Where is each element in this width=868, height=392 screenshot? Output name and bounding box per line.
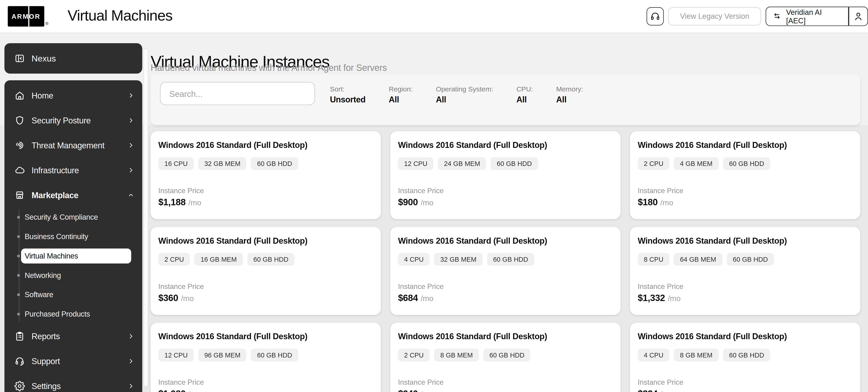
sidebar-nav: HomeSecurity PostureThreat ManagementInf… [4, 80, 142, 392]
spec-chips: 4 CPU8 GB MEM60 GB HDD [638, 349, 853, 362]
gear-icon [14, 381, 25, 391]
filter-label: Memory: [556, 85, 583, 93]
sidebar-subitem-purchased-products[interactable]: Purchased Products [4, 304, 142, 324]
price-period: /mo [660, 390, 674, 392]
page-scrollbar[interactable] [144, 49, 148, 386]
price-row: $360/mo [158, 293, 373, 303]
instance-price-label: Instance Price [638, 282, 853, 291]
chevron-right-icon [127, 382, 134, 390]
spec-chip: 60 GB HDD [247, 253, 294, 266]
price-period: /mo [660, 198, 674, 207]
filter-cpu[interactable]: CPU:All [517, 85, 533, 104]
price-period: /mo [181, 294, 194, 303]
panel-collapse-icon [14, 53, 25, 64]
filters-row: Sort:UnsortedRegion:AllOperating System:… [330, 85, 583, 104]
spec-chip: 60 GB HDD [483, 349, 531, 362]
vm-card[interactable]: Windows 2016 Standard (Full Desktop)2 CP… [390, 323, 620, 392]
spec-chip: 2 CPU [398, 349, 430, 362]
sidebar-item-infrastructure[interactable]: Infrastructure [4, 158, 142, 183]
spec-chip: 60 GB HDD [251, 349, 298, 362]
spec-chip: 12 CPU [158, 349, 194, 362]
chevron-right-icon [127, 142, 134, 149]
vm-card[interactable]: Windows 2016 Standard (Full Desktop)4 CP… [390, 227, 620, 315]
vm-card-title: Windows 2016 Standard (Full Desktop) [638, 140, 853, 150]
sidebar-subitem-security-compliance[interactable]: Security & Compliance [4, 207, 142, 227]
vm-card[interactable]: Windows 2016 Standard (Full Desktop)2 CP… [630, 131, 860, 219]
armor-logo[interactable]: ARMOR [8, 6, 44, 27]
instance-price-value: $1,332 [638, 293, 665, 303]
price-row: $684/mo [398, 293, 613, 303]
filter-memory[interactable]: Memory:All [556, 85, 583, 104]
vm-card[interactable]: Windows 2016 Standard (Full Desktop)2 CP… [151, 227, 381, 315]
vm-card[interactable]: Windows 2016 Standard (Full Desktop)4 CP… [630, 323, 860, 392]
cloud-icon [14, 165, 25, 175]
vm-card-title: Windows 2016 Standard (Full Desktop) [158, 140, 373, 150]
sidebar-item-home[interactable]: Home [4, 83, 142, 108]
sidebar-subitem-virtual-machines[interactable]: Virtual Machines [4, 247, 142, 266]
spec-chip: 32 GB MEM [434, 253, 483, 266]
instance-price-value: $324 [638, 389, 658, 392]
spec-chips: 2 CPU4 GB MEM60 GB HDD [638, 157, 853, 170]
filter-region[interactable]: Region:All [389, 85, 413, 104]
filter-value: All [436, 95, 493, 104]
spec-chip: 8 GB MEM [434, 349, 479, 362]
sidebar-item-label: Infrastructure [32, 165, 121, 175]
sidebar-brand-nexus[interactable]: Nexus [4, 43, 142, 74]
support-icon [14, 356, 25, 366]
sidebar-item-label: Marketplace [32, 190, 121, 200]
spec-chip: 4 GB MEM [674, 157, 718, 170]
price-row: $900/mo [398, 197, 613, 207]
spec-chips: 2 CPU8 GB MEM60 GB HDD [398, 349, 613, 362]
bullet-icon [17, 293, 20, 296]
filter-sort[interactable]: Sort:Unsorted [330, 85, 366, 104]
filter-value: All [389, 95, 413, 104]
sidebar-subitem-label: Purchased Products [25, 310, 90, 318]
price-period: /mo [188, 198, 202, 207]
spec-chip: 64 GB MEM [674, 253, 722, 266]
spec-chip: 4 CPU [638, 349, 670, 362]
bullet-icon [17, 235, 20, 238]
search-input[interactable] [160, 82, 315, 105]
spec-chip: 60 GB HDD [491, 157, 538, 170]
vm-card[interactable]: Windows 2016 Standard (Full Desktop)12 C… [390, 131, 620, 219]
spec-chips: 16 CPU32 GB MEM60 GB HDD [158, 157, 373, 170]
instance-price-label: Instance Price [158, 187, 373, 195]
spec-chip: 16 CPU [158, 157, 194, 170]
chevron-right-icon [127, 167, 134, 174]
instance-price-value: $240 [398, 389, 418, 392]
user-menu-button[interactable] [849, 7, 868, 25]
price-period: /mo [668, 294, 681, 303]
sidebar-item-reports[interactable]: Reports [4, 324, 142, 349]
vm-card[interactable]: Windows 2016 Standard (Full Desktop)8 CP… [630, 227, 860, 315]
chevron-right-icon [127, 92, 134, 99]
chevron-right-icon [127, 117, 134, 124]
filter-operating-system[interactable]: Operating System:All [436, 85, 493, 104]
sidebar-subitem-networking[interactable]: Networking [4, 266, 142, 285]
spec-chip: 12 CPU [398, 157, 433, 170]
vm-card-title: Windows 2016 Standard (Full Desktop) [398, 236, 613, 246]
top-bar: ARMOR ® Virtual Machines View Legacy Ver… [0, 0, 868, 33]
price-row: $180/mo [638, 197, 853, 207]
account-switch-button[interactable]: Veridian AI [AEC] [766, 7, 848, 25]
spec-chip: 60 GB HDD [723, 157, 770, 170]
sidebar-subitem-software[interactable]: Software [4, 285, 142, 304]
price-period: /mo [421, 390, 434, 392]
vm-card[interactable]: Windows 2016 Standard (Full Desktop)12 C… [151, 323, 381, 392]
sidebar-item-security-posture[interactable]: Security Posture [4, 108, 142, 133]
sidebar-item-support[interactable]: Support [4, 349, 142, 374]
support-button[interactable] [647, 7, 663, 25]
price-period: /mo [421, 294, 434, 303]
instance-price-label: Instance Price [398, 378, 613, 386]
armor-logo-divider [28, 6, 29, 27]
spec-chip: 60 GB HDD [251, 157, 298, 170]
view-legacy-version-button[interactable]: View Legacy Version [668, 7, 761, 25]
vm-card[interactable]: Windows 2016 Standard (Full Desktop)16 C… [151, 131, 381, 219]
bullet-icon [17, 313, 20, 316]
sidebar-item-settings[interactable]: Settings [4, 374, 142, 392]
sidebar-subitem-business-continuity[interactable]: Business Continuity [4, 227, 142, 247]
filter-value: All [517, 95, 533, 104]
app-title: Virtual Machines [67, 7, 173, 24]
sidebar-item-marketplace[interactable]: Marketplace [4, 183, 142, 207]
bullet-icon [17, 255, 20, 257]
sidebar-item-threat-management[interactable]: Threat Management [4, 133, 142, 158]
